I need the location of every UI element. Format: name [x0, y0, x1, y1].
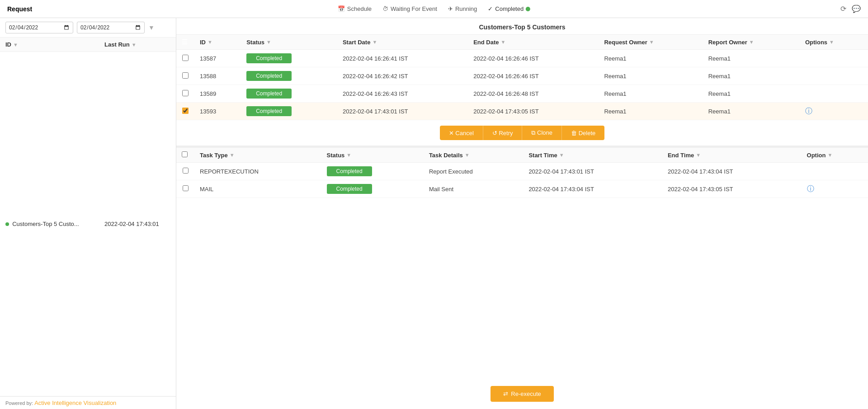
task-select-all[interactable]: [182, 151, 188, 157]
options-header: Options ▼: [800, 35, 868, 50]
status-cell: Completed: [241, 103, 337, 120]
start-date-filter[interactable]: ▼: [372, 39, 377, 45]
report-name-header: ID ▼: [0, 38, 99, 52]
task-end-time-cell: 2022-02-04 17:43:04 IST: [662, 163, 802, 180]
nav-schedule[interactable]: 📅 Schedule: [338, 5, 372, 12]
reexecute-icon: ⇄: [503, 390, 508, 397]
report-name-filter[interactable]: ▼: [13, 42, 18, 47]
request-row-13587[interactable]: 13587 Completed 2022-02-04 16:26:41 IST …: [176, 50, 868, 67]
options-cell: ⓘ: [800, 103, 868, 120]
task-option-filter[interactable]: ▼: [827, 152, 832, 158]
task-row-1[interactable]: MAIL Completed Mail Sent 2022-02-04 17:4…: [176, 180, 868, 198]
task-option-cell: ⓘ: [802, 180, 868, 198]
task-row-0[interactable]: REPORTEXECUTION Completed Report Execute…: [176, 163, 868, 180]
task-start-time-cell: 2022-02-04 17:43:04 IST: [523, 180, 662, 198]
page-title: Request: [7, 5, 32, 13]
aiv-link[interactable]: Active Intelligence Visualization: [34, 400, 116, 406]
start-date-cell: 2022-02-04 16:26:43 IST: [337, 85, 468, 103]
retry-button[interactable]: ↺ Retry: [483, 126, 523, 140]
report-status-cell: Customers-Top 5 Custo...: [0, 52, 99, 396]
start-date-cell: 2022-02-04 17:43:01 IST: [337, 103, 468, 120]
report-row[interactable]: Customers-Top 5 Custo... 2022-02-04 17:4…: [0, 52, 176, 396]
request-owner-header: Request Owner ▼: [599, 35, 703, 50]
info-icon[interactable]: ⓘ: [805, 107, 812, 115]
task-checkbox-cell: [176, 163, 194, 180]
report-owner-cell: Reema1: [703, 103, 800, 120]
task-details-header: Task Details ▼: [424, 148, 524, 163]
topbar-nav: 📅 Schedule ⏱ Waiting For Event ✈ Running…: [338, 5, 530, 12]
status-dot: [5, 222, 9, 226]
delete-button[interactable]: 🗑 Delete: [562, 126, 604, 140]
req-owner-filter[interactable]: ▼: [649, 39, 654, 45]
row-checkbox-13587[interactable]: [182, 55, 189, 61]
task-status-cell: Completed: [321, 163, 424, 180]
request-owner-cell: Reema1: [599, 103, 703, 120]
request-row-13589[interactable]: 13589 Completed 2022-02-04 16:26:43 IST …: [176, 85, 868, 103]
row-checkbox-13593[interactable]: [182, 108, 189, 114]
request-row-13593[interactable]: 13593 Completed 2022-02-04 17:43:01 IST …: [176, 103, 868, 120]
end-date-header: End Date ▼: [468, 35, 599, 50]
task-select-header: [176, 148, 194, 163]
task-status-badge: Completed: [327, 184, 372, 194]
end-time-filter[interactable]: ▼: [696, 152, 701, 158]
end-date-cell: 2022-02-04 17:43:05 IST: [468, 103, 599, 120]
rep-owner-filter[interactable]: ▼: [749, 39, 754, 45]
checkbox-cell: [176, 85, 194, 103]
chat-icon[interactable]: 💬: [852, 5, 861, 13]
topbar-actions: ⟳ 💬: [840, 5, 861, 13]
status-cell: Completed: [241, 85, 337, 103]
report-owner-header: Report Owner ▼: [703, 35, 800, 50]
end-date-filter[interactable]: ▼: [501, 39, 506, 45]
completed-dot: [526, 7, 530, 11]
section-title: Customers-Top 5 Customers: [176, 18, 868, 34]
select-all-icon[interactable]: ☰: [182, 38, 188, 46]
tasks-table: Task Type ▼ Status ▼ Task Details ▼ Star…: [176, 147, 868, 198]
last-run-filter[interactable]: ▼: [132, 42, 137, 47]
start-time-filter[interactable]: ▼: [559, 152, 564, 158]
task-status-header: Status ▼: [321, 148, 424, 163]
date-from-input[interactable]: [5, 22, 73, 33]
row-checkbox-13588[interactable]: [182, 72, 189, 79]
report-owner-cell: Reema1: [703, 85, 800, 103]
task-checkbox-0[interactable]: [183, 168, 189, 174]
reexecute-button[interactable]: ⇄ Re-execute: [491, 386, 553, 402]
powered-by: Powered by: Active Intelligence Visualiz…: [0, 396, 176, 409]
task-type-filter[interactable]: ▼: [230, 152, 235, 158]
requests-table: ☰ ID ▼ Status ▼ Start Date ▼ End Date ▼: [176, 34, 868, 120]
nav-completed[interactable]: ✓ Completed: [488, 5, 530, 12]
options-cell: [800, 50, 868, 67]
options-filter[interactable]: ▼: [829, 39, 834, 45]
id-filter[interactable]: ▼: [208, 39, 212, 45]
request-owner-cell: Reema1: [599, 85, 703, 103]
start-date-header: Start Date ▼: [337, 35, 468, 50]
task-checkbox-1[interactable]: [183, 185, 189, 191]
reexecute-bar: ⇄ Re-execute: [176, 379, 868, 409]
request-row-13588[interactable]: 13588 Completed 2022-02-04 16:26:42 IST …: [176, 67, 868, 85]
id-cell: 13589: [194, 85, 241, 103]
refresh-icon[interactable]: ⟳: [840, 5, 846, 13]
id-header: ID ▼: [194, 35, 241, 50]
task-info-icon[interactable]: ⓘ: [807, 185, 814, 193]
request-owner-cell: Reema1: [599, 50, 703, 67]
cancel-button[interactable]: ✕ Cancel: [440, 126, 483, 140]
date-to-input[interactable]: [77, 22, 145, 33]
request-owner-cell: Reema1: [599, 67, 703, 85]
schedule-icon: 📅: [338, 5, 345, 12]
row-checkbox-13589[interactable]: [182, 90, 189, 96]
right-panel: Customers-Top 5 Customers ☰ ID ▼ Status …: [176, 18, 868, 409]
checkbox-cell: [176, 50, 194, 67]
select-all-header: ☰: [176, 35, 194, 50]
checkbox-cell: [176, 103, 194, 120]
nav-waiting[interactable]: ⏱ Waiting For Event: [382, 5, 437, 12]
task-status-filter[interactable]: ▼: [346, 152, 351, 158]
clone-button[interactable]: ⧉ Clone: [522, 126, 562, 140]
task-details-filter[interactable]: ▼: [465, 152, 470, 158]
status-filter[interactable]: ▼: [266, 39, 271, 45]
nav-running[interactable]: ✈ Running: [448, 5, 477, 12]
task-details-cell: Report Executed: [424, 163, 524, 180]
topbar: Request 📅 Schedule ⏱ Waiting For Event ✈…: [0, 0, 868, 18]
status-header: Status ▼: [241, 35, 337, 50]
task-details-cell: Mail Sent: [424, 180, 524, 198]
action-btn-group: ✕ Cancel ↺ Retry ⧉ Clone 🗑 Delete: [440, 126, 605, 140]
filter-icon[interactable]: ▼: [148, 24, 155, 31]
